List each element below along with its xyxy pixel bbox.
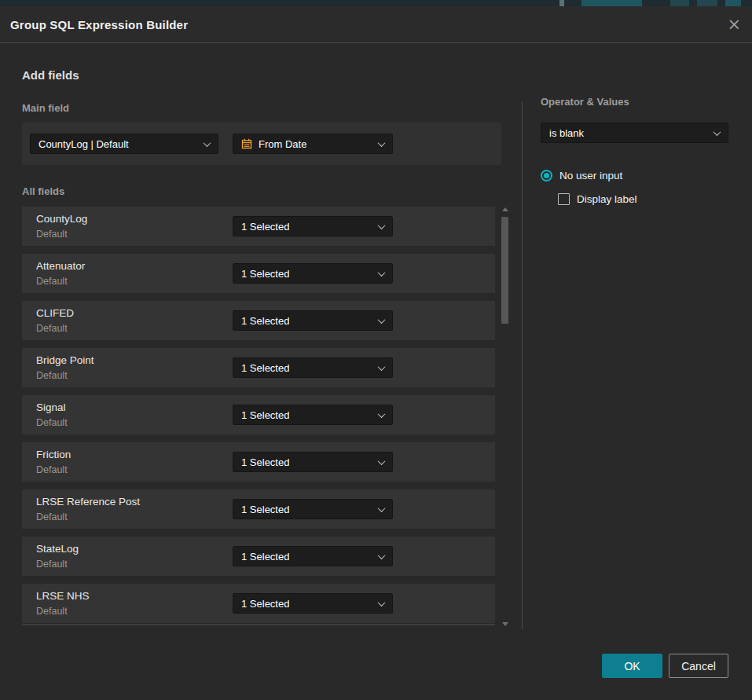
field-row: CLIFED Default 1 Selected	[22, 301, 495, 340]
radio-label: No user input	[559, 170, 622, 181]
chevron-down-icon	[204, 139, 211, 147]
display-label-checkbox[interactable]: Display label	[558, 193, 637, 205]
scrollbar-down-arrow-icon[interactable]	[502, 622, 508, 626]
add-fields-heading: Add fields	[22, 68, 79, 82]
dropdown-value: From Date	[259, 138, 306, 150]
all-fields-label: All fields	[22, 185, 64, 197]
scrollbar-thumb[interactable]	[501, 217, 508, 324]
chevron-down-icon	[378, 504, 386, 512]
field-selection-dropdown[interactable]: 1 Selected	[233, 546, 393, 566]
chevron-down-icon	[378, 552, 386, 559]
dropdown-value: 1 Selected	[241, 551, 289, 563]
operator-dropdown[interactable]: is blank	[541, 123, 728, 143]
dropdown-value: CountyLog | Default	[39, 138, 129, 150]
dropdown-value: 1 Selected	[241, 504, 289, 515]
field-row: LRSE NHS Default 1 Selected	[22, 584, 495, 623]
next-row-peek	[22, 624, 495, 625]
dialog-body: Add fields Main field CountyLog | Defaul…	[0, 43, 752, 699]
dialog-header: Group SQL Expression Builder ×	[0, 6, 752, 43]
dropdown-value: is blank	[549, 127, 584, 139]
field-selection-dropdown[interactable]: 1 Selected	[233, 452, 393, 472]
field-selection-dropdown[interactable]: 1 Selected	[233, 310, 393, 331]
field-selection-dropdown[interactable]: 1 Selected	[233, 216, 393, 236]
field-selection-dropdown[interactable]: 1 Selected	[233, 593, 393, 614]
all-fields-list: CountyLog Default 1 Selected Attenuator …	[22, 207, 495, 631]
field-selection-dropdown[interactable]: 1 Selected	[233, 499, 393, 519]
chevron-down-icon	[378, 363, 386, 371]
field-row: LRSE Reference Post Default 1 Selected	[22, 489, 495, 529]
checkbox-unchecked-icon	[558, 193, 570, 205]
dropdown-value: 1 Selected	[241, 409, 289, 421]
checkbox-label: Display label	[577, 193, 637, 205]
field-selection-dropdown[interactable]: 1 Selected	[233, 263, 393, 284]
radio-selected-icon	[541, 170, 552, 181]
cancel-button[interactable]: Cancel	[669, 654, 728, 678]
field-row: StateLog Default 1 Selected	[22, 537, 495, 576]
field-row: Friction Default 1 Selected	[22, 442, 495, 482]
field-row: Attenuator Default 1 Selected	[22, 254, 495, 293]
operator-values-heading: Operator & Values	[541, 96, 629, 108]
main-field-layer-dropdown[interactable]: CountyLog | Default	[30, 134, 218, 154]
field-selection-dropdown[interactable]: 1 Selected	[233, 357, 393, 378]
background-app-strip	[0, 0, 752, 6]
close-icon[interactable]: ×	[727, 16, 741, 33]
background-app-element	[581, 0, 642, 6]
field-row: CountyLog Default 1 Selected	[22, 207, 495, 246]
group-sql-expression-builder-dialog: Group SQL Expression Builder × Add field…	[0, 6, 752, 700]
chevron-down-icon	[378, 410, 386, 418]
dropdown-value: 1 Selected	[241, 598, 289, 610]
chevron-down-icon	[378, 599, 386, 607]
chevron-down-icon	[378, 139, 386, 147]
chevron-down-icon	[378, 269, 386, 277]
chevron-down-icon	[713, 128, 721, 136]
background-app-element	[725, 0, 741, 6]
background-app-element	[559, 0, 564, 6]
field-row: Signal Default 1 Selected	[22, 395, 495, 434]
dropdown-value: 1 Selected	[241, 315, 289, 327]
dropdown-value: 1 Selected	[241, 456, 289, 468]
background-app-element	[697, 0, 717, 6]
main-field-label: Main field	[22, 102, 69, 114]
dropdown-value: 1 Selected	[241, 362, 289, 374]
background-app-element	[670, 0, 689, 6]
dialog-title: Group SQL Expression Builder	[10, 18, 188, 31]
field-selection-dropdown[interactable]: 1 Selected	[233, 405, 393, 425]
chevron-down-icon	[378, 457, 386, 465]
field-row: Bridge Point Default 1 Selected	[22, 348, 495, 387]
panel-divider	[522, 101, 523, 629]
main-field-panel: CountyLog | Default From Date	[22, 123, 501, 165]
chevron-down-icon	[378, 222, 386, 229]
dropdown-value: 1 Selected	[241, 221, 289, 233]
main-field-date-dropdown[interactable]: From Date	[233, 134, 393, 154]
calendar-icon	[241, 138, 252, 149]
ok-button[interactable]: OK	[602, 654, 662, 678]
no-user-input-radio[interactable]: No user input	[541, 170, 622, 181]
scrollbar-up-arrow-icon[interactable]	[502, 207, 508, 211]
chevron-down-icon	[378, 316, 386, 324]
dropdown-value: 1 Selected	[241, 268, 289, 280]
